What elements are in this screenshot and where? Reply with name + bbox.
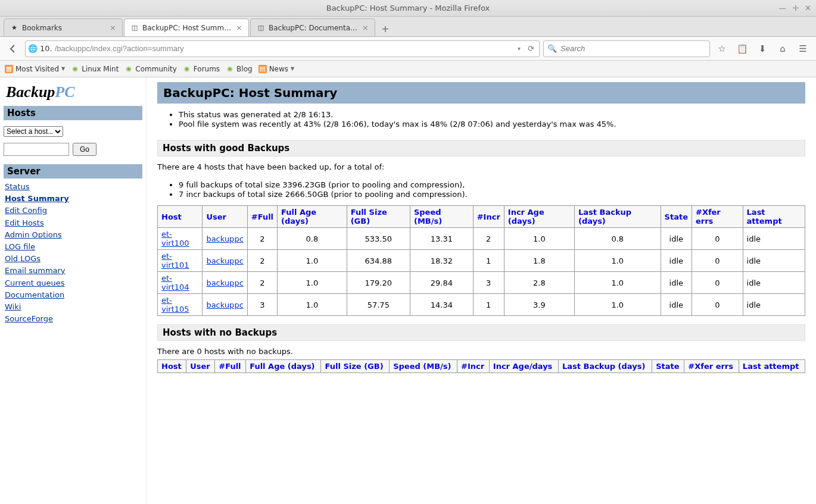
column-header-link[interactable]: Last attempt: [743, 362, 799, 371]
table-cell: et-virt105: [158, 294, 203, 316]
reload-icon[interactable]: ⟳: [525, 44, 537, 53]
tab-label: BackupPC: Host Summary: [142, 24, 232, 32]
tab-bookmarks[interactable]: ★ Bookmarks ×: [4, 18, 123, 36]
search-input[interactable]: [560, 44, 706, 53]
column-header-link[interactable]: Full Age (days): [281, 208, 316, 226]
good-list: 9 full backups of total size 3396.23GB (…: [157, 174, 805, 202]
bookmark-star-button[interactable]: ☆: [714, 40, 730, 57]
url-input[interactable]: [55, 44, 513, 53]
tab-host-summary[interactable]: ◫ BackupPC: Host Summary ×: [124, 18, 249, 36]
cell-link[interactable]: et-virt100: [161, 230, 189, 248]
sidebar-link[interactable]: Documentation: [5, 289, 141, 301]
column-header-link[interactable]: Last Backup (days): [578, 208, 631, 226]
cell-link[interactable]: backuppc: [206, 234, 243, 243]
table-cell: 1.0: [575, 250, 661, 272]
sidebar-link[interactable]: Edit Config: [5, 205, 141, 217]
column-header-link[interactable]: #Incr: [477, 212, 500, 221]
bookmark-most-visited[interactable]: ▦ Most Visited ▼: [5, 65, 65, 73]
chevron-down-icon: ▼: [291, 66, 294, 71]
column-header-link[interactable]: Host: [161, 212, 182, 221]
host-go-row: Go: [4, 143, 142, 156]
host-select[interactable]: Select a host...: [4, 126, 63, 137]
folder-icon: ▦: [5, 65, 13, 73]
bookmark-linux-mint[interactable]: ◉ Linux Mint: [71, 65, 119, 73]
sidebar-link[interactable]: LOG file: [5, 241, 141, 253]
column-header: State: [652, 360, 684, 373]
cell-link[interactable]: et-virt101: [161, 252, 189, 270]
sidebar-link[interactable]: Admin Options: [5, 229, 141, 241]
column-header-link[interactable]: #Incr: [461, 362, 484, 371]
bookmark-label: Linux Mint: [82, 65, 119, 73]
tab-close-icon[interactable]: ×: [362, 23, 369, 32]
column-header-link[interactable]: #Xfer errs: [688, 362, 733, 371]
column-header-link[interactable]: State: [656, 362, 679, 371]
column-header-link[interactable]: #Xfer errs: [696, 208, 721, 226]
table-cell: et-virt104: [158, 272, 203, 294]
column-header-link[interactable]: User: [190, 362, 210, 371]
cell-link[interactable]: et-virt105: [161, 296, 189, 314]
page-icon: ◫: [130, 24, 139, 32]
column-header: User: [186, 360, 215, 373]
dropdown-icon[interactable]: ▾: [515, 45, 523, 52]
cell-link[interactable]: et-virt104: [161, 274, 189, 292]
column-header-link[interactable]: #Full: [219, 362, 241, 371]
go-button[interactable]: Go: [73, 143, 96, 156]
table-cell: idle: [661, 250, 692, 272]
home-icon[interactable]: ⌂: [774, 40, 791, 57]
column-header-link[interactable]: Speed (MB/s): [393, 362, 451, 371]
maximize-icon[interactable]: ✛: [792, 4, 799, 12]
column-header-link[interactable]: Host: [161, 362, 182, 371]
bookmark-label: News: [269, 65, 288, 73]
column-header-link[interactable]: Speed (MB/s): [414, 208, 442, 226]
column-header-link[interactable]: Incr Age/days: [493, 362, 553, 371]
back-icon: [8, 43, 18, 54]
sidebar-link[interactable]: SourceForge: [5, 313, 141, 325]
column-header-link[interactable]: #Full: [251, 212, 273, 221]
downloads-icon[interactable]: ⬇: [754, 40, 771, 57]
sidebar-link[interactable]: Old LOGs: [5, 253, 141, 265]
bookmark-blog[interactable]: ◉ Blog: [226, 65, 253, 73]
bookmark-news[interactable]: ▤ News ▼: [258, 65, 295, 73]
tab-documentation[interactable]: ◫ BackupPC: Documentation ×: [250, 18, 375, 36]
column-header: Host: [158, 360, 186, 373]
column-header-link[interactable]: Last attempt: [747, 208, 782, 226]
window-titlebar: BackupPC: Host Summary - Mozilla Firefox…: [0, 0, 816, 17]
summary-item: 9 full backups of total size 3396.23GB (…: [179, 180, 805, 189]
close-icon[interactable]: ✕: [805, 4, 811, 12]
sidebar-link[interactable]: Host Summary: [5, 193, 141, 205]
column-header: Speed (MB/s): [390, 360, 457, 373]
tab-close-icon[interactable]: ×: [110, 23, 116, 32]
cell-link[interactable]: backuppc: [206, 300, 243, 309]
host-input[interactable]: [4, 143, 69, 156]
table-cell: 2: [247, 228, 277, 250]
search-bar[interactable]: 🔍: [543, 40, 710, 57]
url-bar[interactable]: 🌐 10. ▾ ⟳: [25, 40, 540, 57]
column-header-link[interactable]: Last Backup (days): [562, 362, 645, 371]
column-header-link[interactable]: Full Size (GB): [325, 362, 383, 371]
sidebar: BackupPC Hosts Select a host... Go Serve…: [0, 77, 147, 504]
column-header-link[interactable]: User: [206, 212, 226, 221]
page-title: BackupPC: Host Summary: [157, 82, 805, 104]
bookmark-forums[interactable]: ◉ Forums: [183, 65, 220, 73]
new-tab-button[interactable]: +: [376, 21, 394, 36]
sidebar-link[interactable]: Wiki: [5, 301, 141, 313]
tab-close-icon[interactable]: ×: [236, 23, 242, 32]
column-header-link[interactable]: State: [665, 212, 688, 221]
back-button[interactable]: [5, 40, 21, 57]
search-icon: 🔍: [547, 44, 557, 53]
sidebar-link[interactable]: Status: [5, 181, 141, 193]
sidebar-link[interactable]: Email summary: [5, 265, 141, 277]
cell-link[interactable]: backuppc: [206, 256, 243, 265]
sidebar-link[interactable]: Current queues: [5, 277, 141, 289]
menu-icon[interactable]: ☰: [795, 40, 811, 57]
clipboard-icon[interactable]: 📋: [734, 40, 750, 57]
sidebar-link[interactable]: Edit Hosts: [5, 217, 141, 229]
column-header: Last Backup (days): [558, 360, 652, 373]
column-header-link[interactable]: Incr Age (days): [508, 208, 544, 226]
column-header: #Full: [247, 206, 277, 228]
column-header-link[interactable]: Full Age (days): [250, 362, 314, 371]
column-header-link[interactable]: Full Size (GB): [351, 208, 387, 226]
bookmark-community[interactable]: ◉ Community: [124, 65, 176, 73]
minimize-icon[interactable]: —: [778, 4, 786, 12]
cell-link[interactable]: backuppc: [206, 278, 243, 287]
